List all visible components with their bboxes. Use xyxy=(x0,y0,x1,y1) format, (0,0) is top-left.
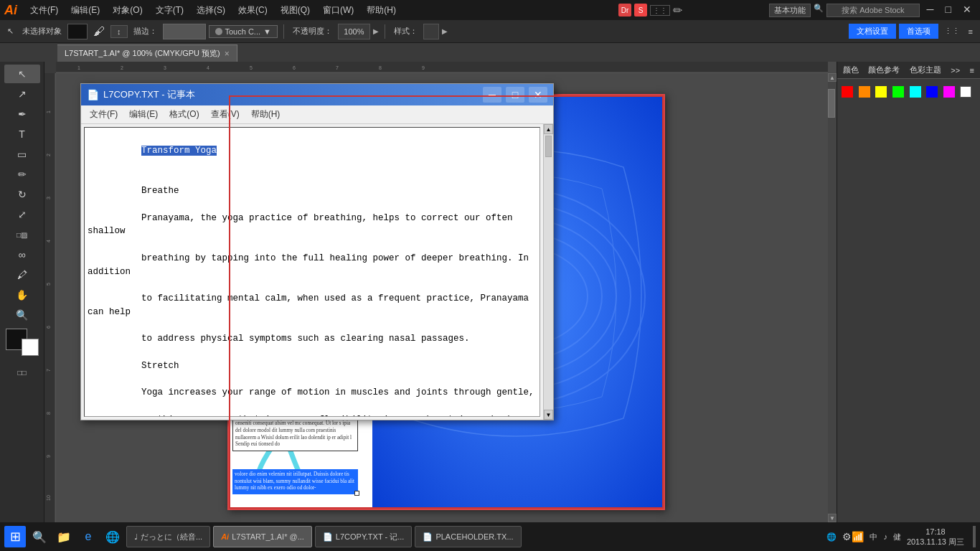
taskbar-app-music[interactable]: ♩ だっとに（続音... xyxy=(126,526,210,547)
panel-expand-icon[interactable]: >> xyxy=(951,66,960,75)
start-button[interactable]: ⊞ xyxy=(4,526,26,547)
taskbar-app-notepad-placeholder[interactable]: 📄 PLACEHOLDER.TX... xyxy=(415,526,521,547)
vscroll-track[interactable] xyxy=(828,82,837,514)
vscroll-thumb[interactable] xyxy=(828,89,835,118)
menu-select[interactable]: 选择(S) xyxy=(191,3,231,18)
taskbar-app-illustrator[interactable]: Ai L7START_1.AI* @... xyxy=(213,526,312,547)
doc-settings-button[interactable]: 文档设置 xyxy=(849,24,896,39)
notepad-menu-edit[interactable]: 编辑(E) xyxy=(123,107,164,122)
toolbar-overflow[interactable]: ≡ xyxy=(966,26,976,37)
svg-text:5: 5 xyxy=(250,65,253,70)
notepad-maximize[interactable]: □ xyxy=(506,87,524,103)
notepad-menu-help[interactable]: 帮助(H) xyxy=(245,107,286,122)
view-options[interactable]: ⋮⋮ xyxy=(650,5,670,16)
scroll-up-btn[interactable]: ▲ xyxy=(828,73,837,82)
screen-mode-toggle[interactable]: □□ xyxy=(4,363,40,382)
notepad-minimize[interactable]: ─ xyxy=(483,87,501,103)
swatch-blue[interactable] xyxy=(926,86,938,98)
swatch-green[interactable] xyxy=(892,86,904,98)
svg-text:4: 4 xyxy=(46,240,51,242)
stroke-selector[interactable]: ↕ xyxy=(110,25,128,38)
text-frame-selected[interactable]: volore dio enim velenim nit irillutpat. … xyxy=(232,469,358,494)
zoom-tool[interactable]: 🔍 xyxy=(4,306,40,324)
edge-button[interactable]: e xyxy=(77,526,99,547)
ime-indicator[interactable]: 中 xyxy=(870,532,877,542)
canvas-area[interactable]: 1 2 3 4 5 6 7 8 9 1 2 3 4 5 6 7 8 xyxy=(44,62,837,531)
notepad-menu-view[interactable]: 查看(V) xyxy=(205,107,245,122)
blend-tool[interactable]: ∞ xyxy=(4,245,40,264)
touch-dropdown[interactable]: Touch C... ▼ xyxy=(209,25,278,38)
pencil-tool[interactable]: ✏ xyxy=(4,165,40,184)
close-button[interactable]: ✕ xyxy=(958,4,976,17)
hand-tool[interactable]: ✋ xyxy=(4,286,40,304)
menu-help[interactable]: 帮助(H) xyxy=(361,3,402,18)
color-pair[interactable] xyxy=(6,329,39,356)
notepad-close[interactable]: ✕ xyxy=(529,87,547,103)
browser-button[interactable]: 🌐 xyxy=(102,526,123,547)
background-color[interactable] xyxy=(22,339,39,356)
scroll-down-btn[interactable]: ▼ xyxy=(828,514,837,522)
style-swatch[interactable] xyxy=(423,24,439,39)
menu-effect[interactable]: 效果(C) xyxy=(232,3,273,18)
show-desktop-btn[interactable] xyxy=(973,526,976,547)
menu-view[interactable]: 视图(Q) xyxy=(275,3,316,18)
shape-tool[interactable]: ▭ xyxy=(4,145,40,164)
swatch-cyan[interactable] xyxy=(910,86,921,98)
scale-tool[interactable]: ⤢ xyxy=(4,205,40,224)
swatch-magenta[interactable] xyxy=(943,86,955,98)
search-icon: 🔍 xyxy=(32,530,47,544)
selection-tool[interactable]: ↖ xyxy=(4,25,17,37)
notepad-menu-file[interactable]: 文件(F) xyxy=(84,107,123,122)
menu-window[interactable]: 窗口(W) xyxy=(317,3,359,18)
search-button[interactable]: 🔍 xyxy=(29,526,50,547)
stock-search[interactable]: 搜索 Adobe Stock xyxy=(826,4,919,17)
canvas-vscroll[interactable]: ▲ ▼ xyxy=(828,73,837,522)
touch-icon xyxy=(215,28,222,35)
brush-tool-icon[interactable]: 🖌 xyxy=(90,24,108,39)
preferences-button[interactable]: 首选项 xyxy=(899,24,938,39)
text-tool[interactable]: T xyxy=(4,125,40,143)
dr-icon[interactable]: Dr xyxy=(618,4,631,17)
maximize-button[interactable]: □ xyxy=(941,4,956,17)
swatch-orange[interactable] xyxy=(859,86,870,98)
opacity-input[interactable] xyxy=(338,24,370,39)
notepad-titlebar[interactable]: 📄 L7COPY.TXT - 记事本 ─ □ ✕ xyxy=(81,84,553,105)
doc-tab-close[interactable]: × xyxy=(225,49,230,59)
fill-color[interactable] xyxy=(67,24,88,39)
taskbar-app-notepad-copy[interactable]: 📄 L7COPY.TXT - 记... xyxy=(315,526,413,547)
scroll-up-button[interactable]: ▲ xyxy=(544,124,553,134)
minimize-button[interactable]: ─ xyxy=(923,4,938,17)
more-options[interactable]: ⋮⋮ xyxy=(941,25,963,37)
notepad-menu-format[interactable]: 格式(O) xyxy=(164,107,204,122)
stroke-value[interactable] xyxy=(163,24,206,39)
gradient-tool[interactable]: □▨ xyxy=(4,225,40,244)
swatch-yellow[interactable] xyxy=(875,86,887,98)
select-tool[interactable]: ↖ xyxy=(4,65,40,83)
notepad-text-area[interactable]: Transform Yoga Breathe Pranayama, the yo… xyxy=(84,127,540,417)
scroll-down-button[interactable]: ▼ xyxy=(544,410,553,420)
menu-file[interactable]: 文件(F) xyxy=(24,3,64,18)
swatch-red[interactable] xyxy=(842,86,853,98)
eyedropper-tool[interactable]: 🖍 xyxy=(4,265,40,284)
swatch-white[interactable] xyxy=(960,86,971,98)
pen-icon[interactable]: ✏ xyxy=(673,4,682,17)
menu-text[interactable]: 文字(T) xyxy=(150,3,189,18)
rotate-tool[interactable]: ↻ xyxy=(4,185,40,204)
file-explorer-button[interactable]: 📁 xyxy=(53,526,75,547)
panel-menu-icon[interactable]: ≡ xyxy=(970,66,974,75)
text-handle-br[interactable] xyxy=(354,491,359,496)
keyboard-icon[interactable]: 健 xyxy=(893,532,901,542)
pen-tool[interactable]: ✒ xyxy=(4,105,40,123)
mode-dropdown[interactable]: 基本功能 xyxy=(769,4,811,17)
menu-edit[interactable]: 编辑(E) xyxy=(65,3,105,18)
scroll-thumb[interactable] xyxy=(545,136,552,157)
menu-object[interactable]: 对象(O) xyxy=(107,3,148,18)
toolbar: ↖ 未选择对象 🖌 ↕ 描边： Touch C... ▼ 不透明度： ▶ 样式：… xyxy=(0,20,980,43)
document-tab[interactable]: L7START_1.AI* @ 100% (CMYK/GPU 预览) × xyxy=(57,44,237,62)
sg-icon[interactable]: S xyxy=(634,4,647,17)
direct-select-tool[interactable]: ↗ xyxy=(4,85,40,103)
notepad-scrollbar[interactable]: ▲ ▼ xyxy=(543,124,553,420)
opacity-arrow[interactable]: ▶ xyxy=(373,27,379,35)
scroll-track[interactable] xyxy=(544,134,553,410)
style-arrow[interactable]: ▶ xyxy=(442,27,448,35)
